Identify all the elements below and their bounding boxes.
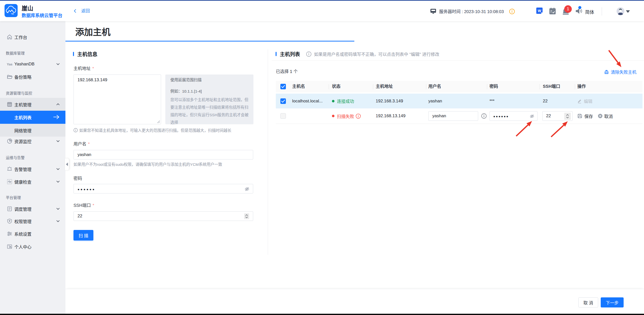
svg-text:Yas: Yas [7, 62, 13, 66]
svg-text:W: W [538, 9, 541, 13]
